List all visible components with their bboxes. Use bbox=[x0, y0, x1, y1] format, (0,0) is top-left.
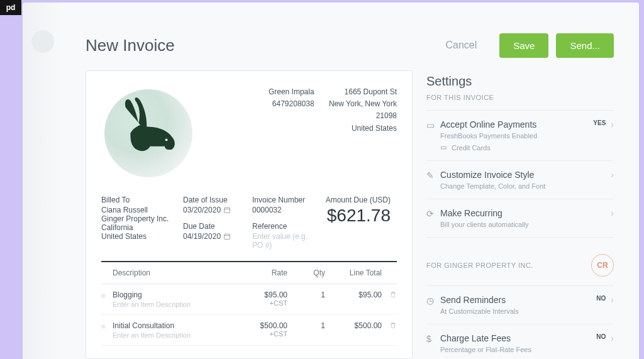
main-area: Green Impala 6479208038 1665 Dupont St N… bbox=[86, 70, 614, 359]
item-desc-placeholder[interactable]: Enter an Item Description bbox=[113, 331, 237, 339]
billed-company: Ginger Property Inc. bbox=[101, 214, 177, 223]
sidebar-ghost bbox=[23, 3, 60, 359]
company-addr1: 1665 Dupont St bbox=[329, 86, 397, 98]
item-rate[interactable]: $500.00 bbox=[237, 321, 287, 330]
company-phone: 6479208038 bbox=[269, 98, 314, 110]
chevron-right-icon: › bbox=[611, 170, 614, 180]
issue-date[interactable]: 03/20/2020 bbox=[183, 206, 231, 214]
item-desc-placeholder[interactable]: Enter an Item Description bbox=[113, 301, 237, 308]
dollar-icon: $ bbox=[426, 334, 440, 344]
client-avatar: CR bbox=[591, 254, 614, 277]
send-button[interactable]: Send... bbox=[556, 33, 614, 58]
issue-label: Date of Issue bbox=[183, 196, 246, 204]
clock-icon: ◷ bbox=[426, 295, 440, 306]
card-icon: ▭ bbox=[440, 143, 447, 152]
company-addr2: New York, New York bbox=[329, 98, 397, 110]
settings-make-recurring[interactable]: ⟳ Make Recurring Bill your clients autom… bbox=[426, 199, 614, 238]
impala-icon bbox=[108, 92, 189, 174]
company-info: Green Impala 6479208038 1665 Dupont St N… bbox=[256, 86, 397, 180]
no-badge: NO bbox=[596, 333, 606, 340]
invoice-no-value: 0000032 bbox=[252, 206, 315, 214]
th-desc: Description bbox=[113, 268, 237, 277]
chevron-right-icon: › bbox=[611, 208, 614, 218]
credit-cards-row: ▭ Credit Cards bbox=[440, 143, 593, 152]
svg-rect-1 bbox=[225, 207, 230, 213]
invoice-card: Green Impala 6479208038 1665 Dupont St N… bbox=[86, 70, 413, 359]
item-total: $500.00 bbox=[325, 321, 382, 330]
item-tax: +CST bbox=[237, 330, 287, 338]
drag-handle-icon[interactable]: ≡ bbox=[101, 292, 110, 299]
due-label: Due Date bbox=[183, 222, 246, 231]
reference-label: Reference bbox=[252, 222, 315, 231]
settings-label: Send Reminders bbox=[440, 295, 596, 305]
line-item[interactable]: ≡ Initial Consultation Enter an Item Des… bbox=[101, 315, 397, 346]
chevron-right-icon: › bbox=[611, 295, 614, 305]
reference-input[interactable]: Enter value (e.g. PO #) bbox=[252, 232, 315, 250]
calendar-icon bbox=[223, 233, 231, 240]
item-qty[interactable]: 1 bbox=[287, 321, 325, 330]
due-date[interactable]: 04/19/2020 bbox=[183, 232, 231, 241]
item-tax: +CST bbox=[237, 299, 287, 307]
delete-item-button[interactable] bbox=[382, 290, 397, 300]
settings-late-fees[interactable]: $ Charge Late Fees Percentage or Flat-Ra… bbox=[426, 324, 614, 359]
trash-icon bbox=[389, 290, 397, 298]
item-rate[interactable]: $95.00 bbox=[237, 290, 287, 299]
line-item[interactable]: ≡ Blogging Enter an Item Description $95… bbox=[101, 284, 397, 315]
th-rate: Rate bbox=[237, 268, 287, 277]
avatar bbox=[31, 30, 54, 53]
item-qty[interactable]: 1 bbox=[287, 290, 325, 299]
header: New Invoice Cancel Save Send... bbox=[86, 33, 614, 58]
item-name[interactable]: Initial Consultation bbox=[113, 321, 237, 330]
settings-send-reminders[interactable]: ◷ Send Reminders At Customizable Interva… bbox=[426, 285, 614, 324]
invoice-no-label: Invoice Number bbox=[252, 196, 315, 204]
trash-icon bbox=[389, 321, 397, 329]
settings-customize-style[interactable]: ✎ Customize Invoice Style Change Templat… bbox=[426, 160, 614, 199]
th-total: Line Total bbox=[325, 268, 382, 277]
item-total: $95.00 bbox=[325, 290, 382, 299]
payments-icon: ▭ bbox=[426, 120, 440, 130]
settings-desc: At Customizable Intervals bbox=[440, 307, 596, 315]
chevron-right-icon: › bbox=[611, 333, 614, 343]
settings-desc: FreshBooks Payments Enabled bbox=[440, 132, 593, 140]
recurring-icon: ⟳ bbox=[426, 209, 440, 219]
settings-subtitle: FOR THIS INVOICE bbox=[426, 94, 614, 101]
settings-label: Accept Online Payments bbox=[440, 119, 593, 130]
settings-label: Customize Invoice Style bbox=[440, 170, 611, 180]
for-client-subtitle: FOR GINGER PROPERTY INC. bbox=[426, 262, 533, 269]
drag-handle-icon[interactable]: ≡ bbox=[101, 323, 110, 330]
no-badge: NO bbox=[596, 295, 606, 302]
item-name[interactable]: Blogging bbox=[113, 290, 237, 299]
settings-label: Make Recurring bbox=[440, 208, 611, 218]
brush-icon: ✎ bbox=[426, 170, 440, 180]
yes-badge: YES bbox=[593, 119, 606, 126]
billed-name: Ciana Russell bbox=[101, 206, 177, 214]
save-button[interactable]: Save bbox=[499, 33, 548, 58]
company-country: United States bbox=[329, 123, 397, 135]
amount-due: $621.78 bbox=[321, 206, 391, 226]
company-logo[interactable] bbox=[101, 86, 196, 180]
app-frame: New Invoice Cancel Save Send... Green Im bbox=[23, 3, 639, 359]
svg-point-0 bbox=[165, 138, 168, 141]
company-zip: 21098 bbox=[329, 110, 397, 122]
svg-rect-3 bbox=[225, 234, 230, 239]
settings-desc: Percentage or Flat-Rate Fees bbox=[440, 346, 596, 353]
amount-label: Amount Due (USD) bbox=[321, 196, 391, 204]
settings-panel: Settings FOR THIS INVOICE ▭ Accept Onlin… bbox=[426, 70, 614, 359]
billed-to-label: Billed To bbox=[101, 196, 177, 204]
settings-desc: Change Template, Color, and Font bbox=[440, 182, 611, 190]
billed-country: United States bbox=[101, 232, 177, 241]
settings-title: Settings bbox=[426, 74, 614, 89]
chevron-right-icon: › bbox=[611, 119, 614, 130]
calendar-icon bbox=[223, 206, 231, 214]
cancel-button[interactable]: Cancel bbox=[445, 40, 477, 51]
settings-desc: Bill your clients automatically bbox=[440, 221, 611, 228]
pd-badge: pd bbox=[0, 0, 21, 15]
delete-item-button[interactable] bbox=[382, 321, 397, 331]
page-title: New Invoice bbox=[86, 36, 445, 55]
settings-label: Charge Late Fees bbox=[440, 333, 596, 343]
billed-region: California bbox=[101, 223, 177, 232]
table-header: Description Rate Qty Line Total bbox=[101, 262, 397, 284]
th-qty: Qty bbox=[287, 268, 325, 277]
settings-accept-payments[interactable]: ▭ Accept Online Payments FreshBooks Paym… bbox=[426, 110, 614, 160]
company-name: Green Impala bbox=[269, 86, 314, 98]
